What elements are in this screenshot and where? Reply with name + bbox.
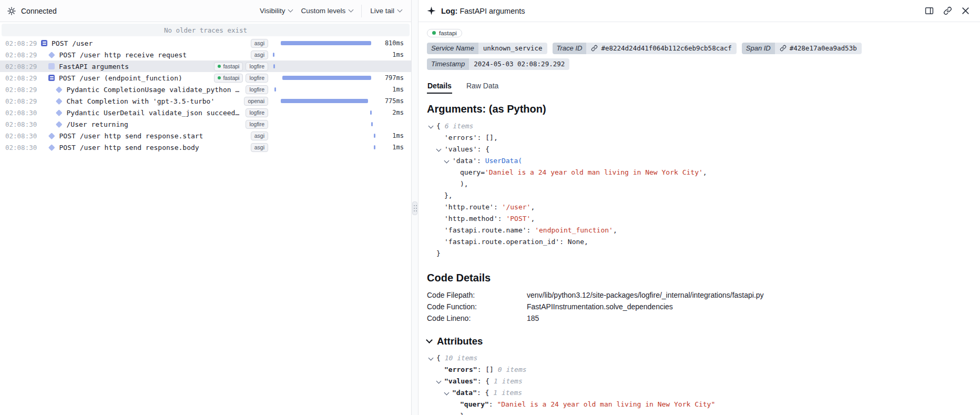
trace-row[interactable]: 02:08:29POST /userasgi810ms (0, 37, 411, 49)
tab-raw-data[interactable]: Raw Data (466, 79, 499, 94)
log-diamond-icon (56, 98, 62, 104)
json-line: 'fastapi.route.name': 'endpoint_function… (427, 225, 967, 236)
collapse-caret-icon[interactable] (428, 123, 434, 128)
collapse-caret-icon[interactable] (444, 390, 450, 395)
trace-message: Chat Completion with 'gpt-3.5-turbo' (67, 97, 215, 105)
log-diamond-icon (56, 86, 62, 93)
collapse-caret-icon[interactable] (436, 378, 442, 383)
scope-tag-label: fastapi (439, 30, 457, 36)
scope-badge-asgi: asgi (251, 50, 268, 59)
panel-resize-divider[interactable] (412, 0, 418, 415)
trace-timeline (272, 130, 375, 141)
json-line: { 10 items (427, 352, 967, 364)
code-details-heading: Code Details (427, 272, 967, 284)
code-detail-label: Code Filepath: (427, 289, 527, 301)
collapse-caret-icon[interactable] (444, 158, 450, 163)
attributes-heading: Attributes (437, 336, 483, 347)
meta-value-text: #e8224d24d41f064b112c6eb9cb58cacf (601, 43, 731, 54)
scope-badge-asgi: asgi (251, 131, 268, 140)
log-diamond-icon (48, 133, 55, 139)
custom-levels-dropdown[interactable]: Custom levels (301, 7, 353, 15)
trace-row[interactable]: 02:08:29Chat Completion with 'gpt-3.5-tu… (0, 95, 411, 107)
duration-bar (374, 134, 375, 138)
tab-details[interactable]: Details (427, 79, 452, 94)
json-line: query='Daniel is a 24 year old man livin… (427, 167, 967, 178)
live-tail-dropdown[interactable]: Live tail (370, 7, 402, 15)
duration-bar (374, 145, 375, 149)
trace-panel: Connected Visibility Custom levels Live … (0, 0, 412, 415)
trace-row[interactable]: 02:08:30/User returninglogfire (0, 118, 411, 130)
trace-row[interactable]: 02:08:30POST /user http send response.bo… (0, 141, 411, 153)
trace-duration: 1ms (375, 86, 404, 93)
link-icon[interactable] (780, 45, 787, 52)
json-line: 'http.route': '/user', (427, 201, 967, 213)
grip-dots-icon (414, 205, 415, 206)
trace-timestamp: 02:08:29 (0, 86, 41, 94)
trace-row[interactable]: 02:08:29FastAPI argumentsfastapilogfire (0, 60, 411, 72)
json-line: } (427, 410, 967, 415)
json-line: } (427, 248, 967, 259)
chevron-down-icon (397, 7, 403, 13)
log-diamond-icon (48, 144, 55, 150)
json-line: 'http.method': 'POST', (427, 213, 967, 225)
chevron-down-icon (349, 7, 354, 13)
live-tail-label: Live tail (370, 7, 394, 15)
duration-bar (274, 87, 276, 92)
trace-row[interactable]: 02:08:30POST /user http send response.st… (0, 130, 411, 141)
trace-row[interactable]: 02:08:29POST /user http receive requesta… (0, 49, 411, 60)
close-icon[interactable] (962, 7, 969, 15)
trace-row[interactable]: 02:08:29POST /user (endpoint_function)fa… (0, 72, 411, 84)
detail-title: Log: FastAPI arguments (441, 7, 525, 15)
link-icon[interactable] (591, 45, 598, 52)
trace-duration: 1ms (375, 132, 404, 139)
scope-badge-logfire: logfire (246, 62, 268, 71)
trace-row[interactable]: 02:08:30Pydantic UserDetail validate_jso… (0, 107, 411, 118)
code-details-table: Code Filepath:venv/lib/python3.12/site-p… (427, 289, 967, 324)
no-older-traces-banner: No older traces exist (2, 24, 410, 36)
code-detail-value: FastAPIInstrumentation.solve_dependencie… (527, 301, 967, 312)
scope-badge-fastapi: fastapi (214, 62, 243, 71)
visibility-dropdown[interactable]: Visibility (260, 7, 293, 15)
trace-timestamp: 02:08:30 (0, 120, 41, 128)
trace-timeline (272, 60, 375, 72)
meta-value: #e8224d24d41f064b112c6eb9cb58cacf (586, 43, 736, 54)
meta-label: Service Name (427, 43, 478, 54)
meta-value-text: unknown_service (483, 43, 543, 54)
trace-message: POST /user (52, 39, 93, 47)
trace-timeline (272, 37, 375, 49)
trace-message: FastAPI arguments (59, 63, 129, 70)
custom-levels-label: Custom levels (301, 7, 345, 15)
resize-grip-handle[interactable] (412, 201, 417, 215)
attributes-section-toggle[interactable]: Attributes (427, 336, 967, 347)
trace-duration: 810ms (375, 39, 404, 47)
settings-gear-icon[interactable] (7, 7, 16, 15)
collapse-caret-icon[interactable] (428, 355, 434, 360)
json-line: { 6 items (427, 120, 967, 132)
scope-badge-logfire: logfire (246, 85, 268, 94)
copy-link-icon[interactable] (943, 6, 952, 15)
trace-timeline (272, 95, 375, 107)
trace-timestamp: 02:08:29 (0, 39, 41, 47)
chevron-down-icon (426, 337, 433, 343)
json-line: 'fastapi.route.operation_id': None, (427, 236, 967, 248)
chevron-down-icon (288, 7, 293, 13)
detail-panel: Log: FastAPI arguments (418, 0, 980, 415)
collapse-caret-icon[interactable] (436, 146, 442, 151)
meta-service-name: Service Nameunknown_service (427, 43, 547, 54)
code-detail-label: Code Function: (427, 301, 527, 312)
log-diamond-icon (56, 109, 62, 116)
code-detail-row: Code Function:FastAPIInstrumentation.sol… (427, 301, 967, 312)
toolbar-separator (361, 5, 362, 17)
trace-timeline (272, 49, 375, 60)
trace-timestamp: 02:08:30 (0, 132, 41, 140)
json-line: "query": "Daniel is a 24 year old man li… (427, 399, 967, 410)
open-in-panel-icon[interactable] (925, 6, 934, 15)
arguments-json-tree: { 6 items'errors': [],'values': {'data':… (427, 120, 967, 259)
meta-span-id: Span ID#428e17a0ea9ad53b (742, 43, 862, 54)
trace-message: POST /user http send response.start (59, 132, 203, 140)
trace-message: POST /user http receive request (59, 51, 187, 59)
json-line: 'errors': [], (427, 132, 967, 144)
trace-row[interactable]: 02:08:29Pydantic CompletionUsage validat… (0, 84, 411, 95)
green-dot-icon (432, 31, 436, 35)
meta-value-text: 2024-05-03 02:08:29.292 (474, 58, 565, 70)
